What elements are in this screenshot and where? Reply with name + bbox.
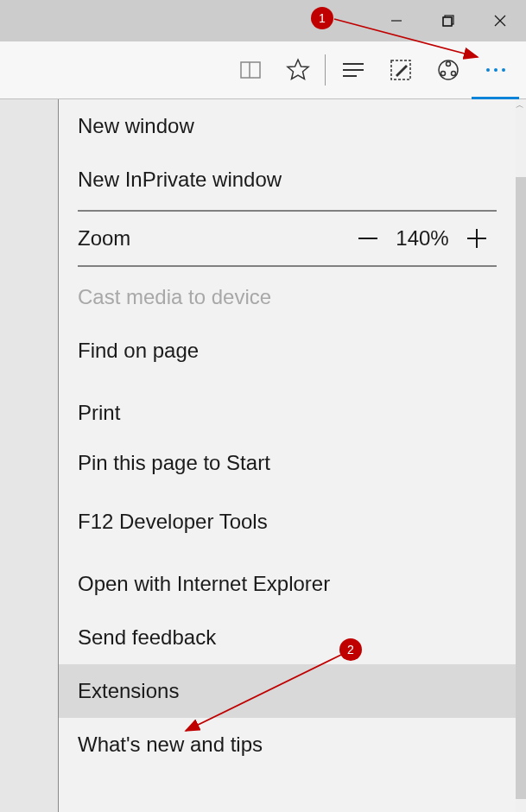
svg-point-11 [439,60,458,79]
svg-rect-2 [443,17,452,26]
menu-send-feedback[interactable]: Send feedback [59,611,516,664]
lines-icon [341,61,365,79]
menu-cast-media: Cast media to device [59,270,516,324]
menu-new-window[interactable]: New window [59,99,516,153]
content-area: New window New InPrivate window Zoom 140… [0,99,526,812]
callout-1: 1 [311,7,333,29]
menu-print[interactable]: Print [59,377,516,431]
menu-find[interactable]: Find on page [59,324,516,377]
scrollbar-thumb[interactable] [516,177,526,799]
favorites-button[interactable] [274,41,321,99]
menu-open-ie[interactable]: Open with Internet Explorer [59,557,516,611]
share-button[interactable] [424,41,472,99]
callout-2: 2 [339,638,362,661]
toolbar-divider [325,54,326,86]
reading-view-button[interactable] [226,41,274,99]
minus-icon [355,225,381,251]
zoom-value: 140% [388,226,457,251]
svg-point-14 [451,72,455,76]
star-icon [285,57,311,83]
zoom-out-button[interactable] [348,225,388,251]
more-button[interactable] [472,41,519,99]
menu-new-inprivate[interactable]: New InPrivate window [59,153,516,206]
more-menu-panel: New window New InPrivate window Zoom 140… [58,99,516,812]
close-button[interactable] [474,0,526,41]
scrollbar[interactable]: ︿ [516,99,526,812]
title-bar [0,0,526,41]
zoom-label: Zoom [78,226,348,251]
zoom-in-button[interactable] [457,225,497,251]
menu-dev-tools[interactable]: F12 Developer Tools [59,495,516,557]
toolbar [0,41,526,99]
svg-point-13 [440,72,445,76]
menu-pin-start[interactable]: Pin this page to Start [59,431,516,495]
book-icon [238,58,263,82]
web-notes-button[interactable] [377,41,424,99]
menu-separator [78,265,497,267]
menu-zoom-row: Zoom 140% [59,215,516,262]
menu-separator [78,210,497,212]
close-icon [493,14,507,28]
pen-square-icon [389,58,413,82]
minimize-button[interactable] [371,0,422,41]
menu-whats-new[interactable]: What's new and tips [59,718,516,771]
share-icon [436,58,460,82]
maximize-button[interactable] [422,0,474,41]
hub-button[interactable] [329,41,377,99]
plus-icon [464,225,490,251]
menu-extensions[interactable]: Extensions [59,664,516,718]
more-icon [486,68,505,72]
maximize-icon [441,14,455,28]
minimize-icon [390,14,403,28]
svg-marker-6 [288,60,308,79]
svg-point-12 [446,62,450,67]
scroll-arrow-up-icon: ︿ [516,99,524,111]
